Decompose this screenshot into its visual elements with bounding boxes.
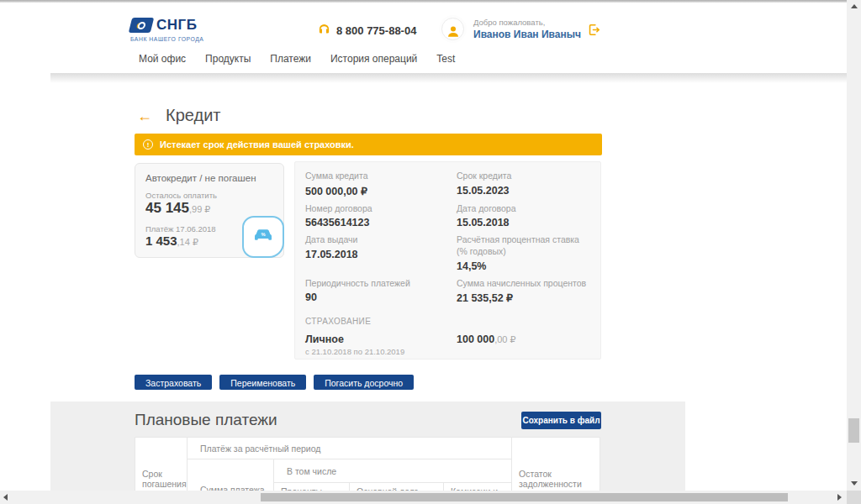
welcome-text: Добро пожаловать, — [473, 18, 581, 27]
horizontal-scrollbar[interactable] — [0, 491, 847, 504]
early-repay-button[interactable]: Погасить досрочно — [314, 375, 414, 390]
warning-icon: ! — [143, 139, 153, 150]
col-header-fees: Комиссии и другие платежи — [444, 483, 512, 491]
scroll-right-icon[interactable] — [837, 494, 842, 501]
bank-logo-subtitle: БАНК НАШЕГО ГОРОДА — [130, 36, 203, 42]
field-loan-term: Срок кредита 15.05.2023 — [457, 171, 590, 197]
nav-item-products[interactable]: Продукты — [205, 53, 251, 65]
vertical-scrollbar[interactable] — [847, 0, 861, 491]
vertical-scrollbar-thumb[interactable] — [848, 418, 859, 443]
rename-button[interactable]: Переименовать — [219, 375, 306, 390]
field-loan-amount: Сумма кредита 500 000,00 ₽ — [305, 171, 446, 197]
insurance-section-header: СТРАХОВАНИЕ — [305, 317, 590, 326]
remaining-amount: 45 145,99 ₽ — [145, 200, 273, 217]
nav-item-payments[interactable]: Платежи — [270, 53, 311, 65]
browser-viewport: СНГБ БАНК НАШЕГО ГОРОДА 8 800 775-88-04 … — [0, 0, 847, 491]
field-accrued-interest: Сумма начисленных процентов 21 535,52 ₽ — [457, 278, 590, 305]
section-title: Плановые платежи — [135, 411, 277, 429]
top-border — [0, 0, 847, 3]
scrollbar-corner — [847, 491, 861, 504]
horizontal-scrollbar-thumb[interactable] — [261, 493, 788, 501]
save-to-file-button[interactable]: Сохранить в файл — [521, 412, 601, 429]
headset-icon — [318, 23, 330, 39]
nav-item-test[interactable]: Test — [436, 53, 455, 65]
support-phone-number: 8 800 775-88-04 — [336, 24, 416, 37]
user-name: Иванов Иван Иваныч — [473, 29, 581, 40]
user-menu[interactable]: Добро пожаловать, Иванов Иван Иваныч — [441, 18, 581, 40]
nav-item-history[interactable]: История операций — [330, 53, 417, 65]
col-header-including: В том числе — [274, 459, 512, 483]
car-icon: % — [251, 223, 276, 251]
scroll-down-icon[interactable] — [851, 481, 858, 486]
col-header-balance: Остаток задолженности — [512, 438, 600, 491]
planned-payments-section: Плановые платежи Сохранить в файл Срок п… — [50, 402, 685, 491]
bank-logo-name: СНГБ — [156, 17, 197, 34]
insurance-row-personal: Личное с 21.10.2018 по 21.10.2019 100 00… — [305, 333, 590, 356]
field-contract-date: Дата договора 15.05.2018 — [457, 203, 590, 229]
field-interest-rate: Расчётная процентная ставка (% годовых) … — [457, 234, 590, 271]
col-header-payment-sum: Сумма платежа — [188, 459, 274, 491]
alert-text: Истекает срок действия вашей страховки. — [160, 139, 354, 150]
logout-button[interactable] — [587, 23, 601, 40]
nav-item-my-office[interactable]: Мой офис — [139, 53, 186, 65]
back-arrow-icon[interactable]: ← — [137, 108, 152, 123]
scroll-left-icon[interactable] — [3, 494, 8, 501]
col-header-principal: Основной долг — [350, 483, 444, 491]
remaining-label: Осталось оплатить — [145, 191, 273, 200]
col-header-term: Срок погашения — [135, 438, 188, 491]
payment-schedule-table: Срок погашения Платёж за расчётный перио… — [135, 437, 600, 491]
loan-summary-card[interactable]: Автокредит / не погашен Осталось оплатит… — [135, 163, 284, 258]
field-payment-frequency: Периодичность платежей 90 — [305, 278, 446, 305]
scroll-up-icon[interactable] — [851, 4, 858, 8]
bank-logo-icon — [129, 18, 154, 33]
car-loan-badge: % — [242, 216, 284, 258]
bank-logo[interactable]: СНГБ БАНК НАШЕГО ГОРОДА — [130, 17, 203, 42]
field-contract-number: Номер договора 56435614123 — [305, 203, 446, 229]
insure-button[interactable]: Застраховать — [135, 375, 212, 390]
logout-icon — [587, 25, 601, 39]
credit-page: СНГБ БАНК НАШЕГО ГОРОДА 8 800 775-88-04 … — [50, 0, 847, 491]
insurance-alert-banner: ! Истекает срок действия вашей страховки… — [135, 134, 602, 155]
loan-details-panel: Сумма кредита 500 000,00 ₽ Срок кредита … — [294, 161, 601, 360]
avatar — [441, 18, 464, 40]
loan-title: Автокредит / не погашен — [145, 173, 273, 183]
col-header-period-payment: Платёж за расчётный период — [188, 438, 512, 459]
header-shadow — [50, 73, 847, 83]
support-phone: 8 800 775-88-04 — [318, 23, 416, 39]
svg-text:%: % — [261, 232, 265, 237]
col-header-interest: Проценты — [274, 483, 350, 491]
field-issue-date: Дата выдачи 17.05.2018 — [305, 234, 446, 271]
page-title: Кредит — [166, 106, 220, 125]
loan-actions: Застраховать Переименовать Погасить доср… — [135, 375, 414, 390]
main-nav: Мой офис Продукты Платежи История операц… — [139, 53, 455, 65]
